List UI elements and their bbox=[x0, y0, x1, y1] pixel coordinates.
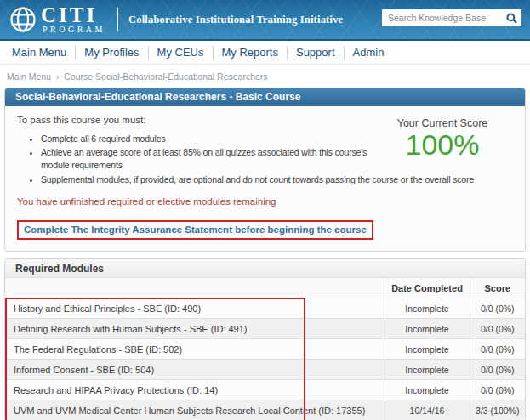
module-date: Incomplete bbox=[385, 319, 470, 339]
module-score: 3/3 (100%) bbox=[470, 400, 525, 420]
module-score: 0/0 (0%) bbox=[470, 380, 525, 400]
module-name: Defining Research with Human Subjects - … bbox=[5, 319, 385, 339]
module-name: Research and HIPAA Privacy Protections (… bbox=[5, 380, 385, 400]
app-header: CITI PROGRAM Collaborative Institutional… bbox=[0, 0, 530, 41]
module-score: 0/0 (0%) bbox=[470, 298, 525, 319]
globe-icon bbox=[9, 5, 37, 34]
breadcrumb-separator: › bbox=[56, 71, 60, 82]
breadcrumb: Main Menu › Course Social-Behavioral-Edu… bbox=[0, 65, 530, 88]
logo-text: CITI PROGRAM bbox=[41, 6, 105, 34]
search-input[interactable] bbox=[382, 13, 501, 23]
header-tagline: Collaborative Institutional Training Ini… bbox=[128, 14, 343, 26]
module-name: The Federal Regulations - SBE (ID: 502) bbox=[5, 339, 385, 360]
course-title: Social-Behavioral-Educational Researcher… bbox=[5, 88, 525, 106]
table-row: Defining Research with Human Subjects - … bbox=[5, 319, 525, 339]
table-row: Informed Consent - SBE (ID: 504) Incompl… bbox=[5, 360, 525, 380]
required-modules-title: Required Modules bbox=[5, 259, 525, 278]
col-date-completed: Date Completed bbox=[385, 278, 470, 298]
nav-main-menu[interactable]: Main Menu bbox=[3, 46, 76, 60]
requirement-item: Supplemental modules, if provided, are o… bbox=[41, 173, 515, 186]
nav-admin[interactable]: Admin bbox=[345, 46, 393, 60]
logo-citi-label: CITI bbox=[41, 6, 105, 25]
search-button[interactable] bbox=[501, 9, 521, 26]
course-body: Your Current Score 100% To pass this cou… bbox=[5, 106, 525, 251]
col-module bbox=[5, 278, 385, 298]
current-score-box: Your Current Score 100% bbox=[370, 115, 515, 161]
search-icon bbox=[506, 13, 517, 24]
score-value: 100% bbox=[370, 130, 515, 161]
main-nav: Main Menu My Profiles My CEUs My Reports… bbox=[0, 41, 530, 65]
module-date: Incomplete bbox=[385, 339, 470, 360]
module-score: 0/0 (0%) bbox=[470, 360, 525, 380]
table-row: The Federal Regulations - SBE (ID: 502) … bbox=[5, 339, 525, 360]
nav-my-reports[interactable]: My Reports bbox=[214, 46, 288, 60]
modules-table: Date Completed Score History and Ethical… bbox=[5, 278, 525, 420]
citi-logo[interactable]: CITI PROGRAM bbox=[9, 5, 105, 34]
table-row: History and Ethical Principles - SBE (ID… bbox=[5, 298, 525, 319]
module-name: Informed Consent - SBE (ID: 504) bbox=[5, 360, 385, 380]
table-row: UVM and UVM Medical Center Human Subject… bbox=[5, 400, 525, 420]
course-panel: Social-Behavioral-Educational Researcher… bbox=[4, 88, 526, 252]
module-score: 0/0 (0%) bbox=[470, 319, 525, 339]
breadcrumb-main-menu[interactable]: Main Menu bbox=[7, 71, 51, 82]
nav-my-ceus[interactable]: My CEUs bbox=[149, 46, 214, 60]
col-score: Score bbox=[470, 278, 525, 298]
required-modules-panel: Required Modules Date Completed Score Hi… bbox=[4, 258, 526, 420]
module-date: Incomplete bbox=[385, 298, 470, 319]
module-date: 10/14/16 bbox=[385, 400, 470, 420]
unfinished-modules-warning: You have unfinished required or elective… bbox=[17, 196, 515, 207]
table-row: Research and HIPAA Privacy Protections (… bbox=[5, 380, 525, 400]
table-header-row: Date Completed Score bbox=[5, 278, 525, 298]
logo-program-label: PROGRAM bbox=[41, 25, 105, 34]
module-score: 0/0 (0%) bbox=[470, 339, 525, 360]
module-name: History and Ethical Principles - SBE (ID… bbox=[5, 298, 385, 319]
score-label: Your Current Score bbox=[370, 117, 515, 129]
nav-support[interactable]: Support bbox=[288, 46, 345, 60]
module-date: Incomplete bbox=[385, 360, 470, 380]
module-date: Incomplete bbox=[385, 380, 470, 400]
search-box bbox=[382, 9, 521, 26]
logo-divider bbox=[117, 8, 118, 31]
breadcrumb-current: Course Social-Behavioral-Educational Res… bbox=[64, 71, 267, 82]
nav-my-profiles[interactable]: My Profiles bbox=[76, 46, 148, 60]
module-name: UVM and UVM Medical Center Human Subject… bbox=[5, 400, 385, 420]
integrity-assurance-link[interactable]: Complete The Integrity Assurance Stateme… bbox=[17, 220, 373, 240]
